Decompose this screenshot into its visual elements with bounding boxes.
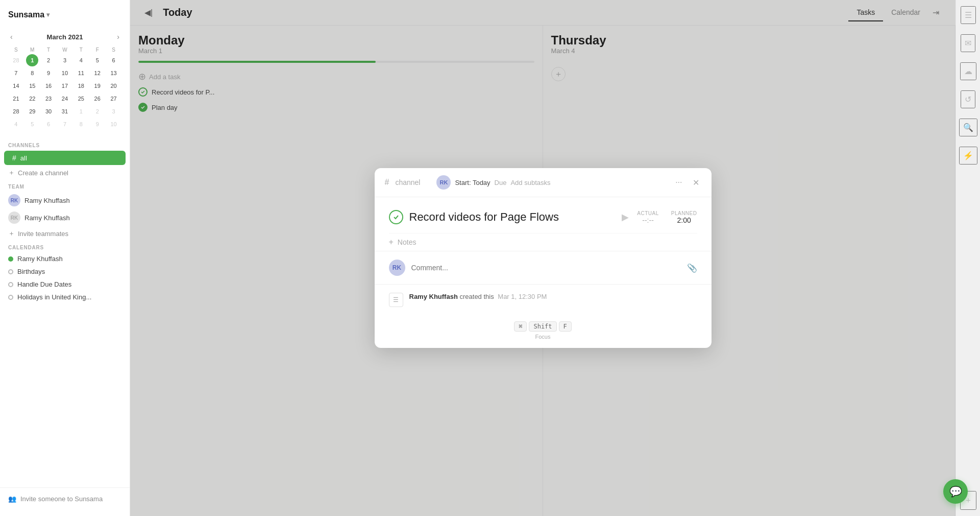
app-name-label: Sunsama (8, 10, 44, 19)
channel-all-label: all (20, 154, 27, 162)
modal-add-subtasks-btn[interactable]: Add subtasks (510, 179, 550, 186)
mini-cal-header: ‹ March 2021 › (8, 32, 121, 42)
comment-input[interactable] (411, 264, 681, 272)
cal-day-9-next[interactable]: 9 (91, 118, 104, 130)
modal-play-btn[interactable]: ▶ (620, 209, 631, 225)
invite-someone-label: Invite someone to Sunsama (20, 495, 103, 503)
cal-day-16[interactable]: 16 (42, 80, 55, 92)
cal-day-20[interactable]: 20 (108, 80, 120, 92)
cal-day-11[interactable]: 11 (75, 67, 87, 79)
invite-teammates-btn[interactable]: ＋ Invite teammates (0, 226, 130, 241)
modal-notes-row[interactable]: + Notes (389, 233, 697, 251)
modal-task-row: Record videos for Page Flows ▶ ACTUAL --… (389, 209, 697, 225)
cal-day-28[interactable]: 28 (10, 105, 22, 118)
modal-more-btn[interactable]: ··· (673, 176, 684, 189)
cal-day-8[interactable]: 8 (26, 67, 38, 79)
right-icon-bolt[interactable]: ⚡ (959, 147, 977, 165)
cal-day-5-next[interactable]: 5 (26, 118, 38, 130)
app-title[interactable]: Sunsama ▾ (0, 6, 130, 28)
mini-cal-next-btn[interactable]: › (115, 32, 121, 42)
modal-overlay[interactable]: # channel RK Start: Today Due Add subtas… (130, 0, 955, 516)
planned-label: PLANNED (671, 210, 697, 216)
cal-day-31[interactable]: 31 (59, 105, 71, 118)
cal-day-1[interactable]: 1 (26, 54, 38, 66)
team-member-2[interactable]: RK Ramy Khuffash (0, 209, 130, 226)
mini-cal-title: March 2021 (47, 33, 83, 41)
cal-day-6-next[interactable]: 6 (42, 118, 55, 130)
right-icon-refresh[interactable]: ↺ (961, 90, 975, 108)
team-member-1[interactable]: RK Ramy Khuffash (0, 192, 130, 209)
mini-cal-prev-btn[interactable]: ‹ (8, 32, 15, 42)
modal-header-center: RK Start: Today Due Add subtasks (436, 175, 550, 190)
mini-cal-grid: S M T W T F S 28 1 2 3 4 5 6 7 8 9 10 11… (8, 46, 121, 130)
cal-day-8-next[interactable]: 8 (75, 118, 87, 130)
right-icon-menu[interactable]: ☰ (961, 6, 976, 24)
right-icon-mail[interactable]: ✉ (961, 34, 975, 52)
cal-day-14[interactable]: 14 (10, 80, 22, 92)
calendar-holidays-name: Holidays in United King... (17, 293, 91, 301)
calendar-dot-holidays (8, 295, 13, 300)
channels-section-title: CHANNELS (0, 138, 130, 150)
cal-day-7[interactable]: 7 (10, 67, 22, 79)
cal-day-9[interactable]: 9 (42, 67, 55, 79)
cal-day-10-next[interactable]: 10 (108, 118, 120, 130)
cal-day-27[interactable]: 27 (108, 92, 120, 105)
cal-day-7-next[interactable]: 7 (59, 118, 71, 130)
cal-day-1-next[interactable]: 1 (75, 105, 87, 118)
cal-day-22[interactable]: 22 (26, 92, 38, 105)
right-icon-search[interactable]: 🔍 (959, 119, 977, 136)
cal-day-17[interactable]: 17 (59, 80, 71, 92)
modal-start-label[interactable]: Start: Today (455, 179, 490, 186)
cal-day-13[interactable]: 13 (108, 67, 120, 79)
cal-day-4-next[interactable]: 4 (10, 118, 22, 130)
calendar-ramy[interactable]: Ramy Khuffash (0, 252, 130, 265)
day-header-s: S (8, 46, 24, 54)
planned-value: 2:00 (671, 216, 697, 224)
modal-task-check[interactable] (389, 210, 403, 224)
right-icon-cloud[interactable]: ☁ (960, 62, 976, 80)
channel-name: channel (395, 178, 420, 186)
focus-label: Focus (535, 334, 551, 340)
invite-teammates-label: Invite teammates (18, 230, 68, 238)
sidebar-item-all-channel[interactable]: # all (4, 151, 126, 165)
cal-day-10[interactable]: 10 (59, 67, 71, 79)
cal-day-12[interactable]: 12 (91, 67, 104, 79)
modal-close-btn[interactable]: ✕ (691, 176, 701, 190)
calendar-due-dates[interactable]: Handle Due Dates (0, 278, 130, 291)
cal-day-15[interactable]: 15 (26, 80, 38, 92)
shortcut-key2: Shift (529, 321, 556, 332)
cal-day-23[interactable]: 23 (42, 92, 55, 105)
modal-header: # channel RK Start: Today Due Add subtas… (375, 168, 712, 197)
attach-btn[interactable]: 📎 (687, 263, 697, 273)
calendar-ramy-name: Ramy Khuffash (17, 255, 63, 263)
modal-comment-section: RK 📎 (375, 251, 712, 284)
cal-day-21[interactable]: 21 (10, 92, 22, 105)
cal-day-24[interactable]: 24 (59, 92, 71, 105)
cal-day-30[interactable]: 30 (42, 105, 55, 118)
team-section-title: TEAM (0, 180, 130, 192)
cal-day-2[interactable]: 2 (42, 54, 55, 66)
cal-day-18[interactable]: 18 (75, 80, 87, 92)
activity-text: Ramy Khuffash created this Mar 1, 12:30 … (409, 293, 547, 300)
chat-fab[interactable]: 💬 (943, 479, 968, 504)
cal-day-4[interactable]: 4 (75, 54, 87, 66)
modal-user-avatar: RK (436, 175, 451, 190)
cal-day-19[interactable]: 19 (91, 80, 104, 92)
calendar-holidays[interactable]: Holidays in United King... (0, 291, 130, 303)
calendar-birthdays[interactable]: Birthdays (0, 265, 130, 278)
modal-due-label[interactable]: Due (495, 179, 507, 186)
cal-day-3[interactable]: 3 (59, 54, 71, 66)
cal-day-29[interactable]: 29 (26, 105, 38, 118)
cal-day-6[interactable]: 6 (108, 54, 120, 66)
invite-someone-btn[interactable]: 👥 Invite someone to Sunsama (8, 492, 121, 506)
activity-creator: Ramy Khuffash (409, 293, 458, 300)
cal-day-3-next[interactable]: 3 (108, 105, 120, 118)
cal-day-2-next[interactable]: 2 (91, 105, 104, 118)
cal-day-28-prev[interactable]: 28 (10, 54, 22, 66)
right-sidebar: ☰ ✉ ☁ ↺ 🔍 ⚡ ＋ (955, 0, 980, 516)
cal-day-25[interactable]: 25 (75, 92, 87, 105)
sidebar: Sunsama ▾ ‹ March 2021 › S M T W T F S 2… (0, 0, 130, 516)
cal-day-26[interactable]: 26 (91, 92, 104, 105)
cal-day-5[interactable]: 5 (91, 54, 104, 66)
create-channel-btn[interactable]: ＋ Create a channel (0, 166, 130, 180)
